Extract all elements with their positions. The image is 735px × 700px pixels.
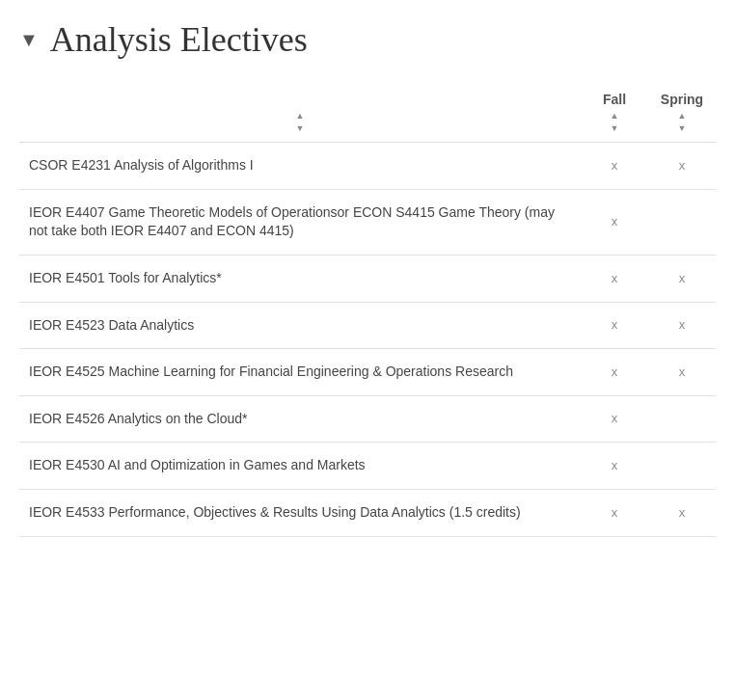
fall-cell: x (581, 189, 648, 255)
section-header: ▼ Analysis Electives (19, 15, 716, 64)
table-row: IEOR E4407 Game Theoretic Models of Oper… (19, 189, 716, 255)
spring-cell: x (648, 143, 716, 190)
spring-cell (648, 443, 716, 490)
course-cell: IEOR E4530 AI and Optimization in Games … (19, 443, 581, 490)
fall-cell: x (581, 143, 648, 190)
table-container: ▲ ▼ Fall ▲ ▼ (19, 83, 716, 536)
table-header: ▲ ▼ Fall ▲ ▼ (19, 83, 716, 142)
spring-cell (648, 189, 716, 255)
table-row: IEOR E4525 Machine Learning for Financia… (19, 349, 716, 396)
course-cell: CSOR E4231 Analysis of Algorithms I (19, 143, 581, 190)
table-row: IEOR E4533 Performance, Objectives & Res… (19, 489, 716, 536)
fall-cell: x (581, 302, 648, 349)
table-row: CSOR E4231 Analysis of Algorithms Ixx (19, 143, 716, 190)
page-container: ▼ Analysis Electives ▲ ▼ Fall (0, 0, 735, 700)
fall-cell: x (581, 349, 648, 396)
fall-cell: x (581, 255, 648, 302)
section-title: Analysis Electives (50, 15, 308, 64)
spring-cell: x (648, 255, 716, 302)
fall-cell: x (581, 489, 648, 536)
table-row: IEOR E4523 Data Analyticsxx (19, 302, 716, 349)
course-cell: IEOR E4501 Tools for Analytics* (19, 255, 581, 302)
course-cell: IEOR E4533 Performance, Objectives & Res… (19, 489, 581, 536)
spring-cell: x (648, 302, 716, 349)
courses-table: ▲ ▼ Fall ▲ ▼ (19, 83, 716, 536)
chevron-icon[interactable]: ▼ (19, 26, 39, 53)
table-row: IEOR E4501 Tools for Analytics*xx (19, 255, 716, 302)
table-row: IEOR E4530 AI and Optimization in Games … (19, 443, 716, 490)
course-cell: IEOR E4525 Machine Learning for Financia… (19, 349, 581, 396)
course-cell: IEOR E4407 Game Theoretic Models of Oper… (19, 189, 581, 255)
spring-cell: x (648, 489, 716, 536)
course-cell: IEOR E4526 Analytics on the Cloud* (19, 395, 581, 443)
table-body: CSOR E4231 Analysis of Algorithms IxxIEO… (19, 143, 716, 536)
th-spring[interactable]: Spring ▲ ▼ (648, 83, 716, 142)
th-fall[interactable]: Fall ▲ ▼ (581, 83, 648, 142)
table-row: IEOR E4526 Analytics on the Cloud*x (19, 395, 716, 443)
course-cell: IEOR E4523 Data Analytics (19, 302, 581, 349)
spring-cell: x (648, 349, 716, 396)
fall-cell: x (581, 395, 648, 443)
th-course[interactable]: ▲ ▼ (19, 83, 581, 142)
fall-cell: x (581, 443, 648, 490)
spring-cell (648, 395, 716, 443)
